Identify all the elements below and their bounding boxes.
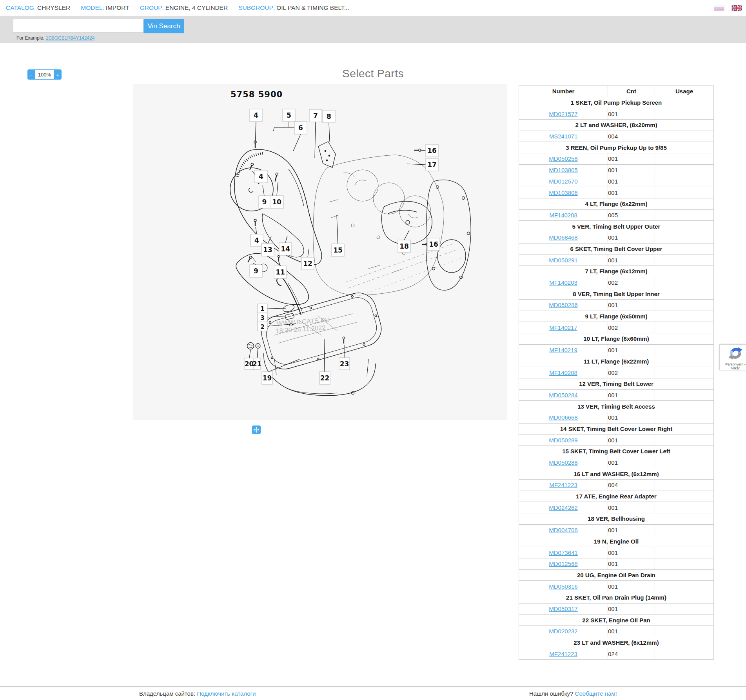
nav-item-group[interactable]: GROUP:ENGINE, 4 CYLINDER (140, 4, 228, 11)
part-number-link[interactable]: MS241071 (549, 133, 578, 140)
vin-example-link[interactable]: 1C8GCB1R84Y142424 (46, 35, 95, 41)
part-usage (655, 480, 714, 491)
part-row: MD068468001 (519, 232, 714, 243)
group-title: 2 LT and WASHER, (8x20mm) (519, 120, 714, 131)
nav-item-subgroup[interactable]: SUBGROUP:OIL PAN & TIMING BELT... (238, 4, 349, 11)
part-number-link[interactable]: MD012570 (549, 178, 577, 185)
part-number-link[interactable]: MD012568 (549, 560, 577, 567)
part-number-link[interactable]: MD021577 (549, 111, 577, 117)
callout-leader-line (255, 122, 256, 145)
page-title: Select Parts (0, 67, 746, 80)
vin-search-input[interactable] (13, 19, 143, 33)
callout-number: 10 (272, 198, 281, 206)
part-usage (655, 412, 714, 423)
part-number-link[interactable]: MD020232 (549, 628, 577, 635)
callout-leader-line (249, 350, 250, 358)
footer-error: Нашли ошибку? Сообщите нам! (529, 690, 617, 697)
rear-plate-art (426, 180, 471, 290)
part-count: 001 (608, 626, 655, 637)
part-number-link[interactable]: MD004708 (549, 527, 577, 533)
part-number-link[interactable]: MD103806 (549, 189, 577, 196)
part-number-link[interactable]: MD103805 (549, 167, 577, 173)
part-usage (655, 389, 714, 401)
callout-leader-line (404, 230, 409, 240)
part-number-link[interactable]: MF140219 (549, 347, 577, 353)
part-count: 002 (608, 367, 655, 378)
callout-number: 2 (260, 324, 264, 331)
part-number-link[interactable]: MF140208 (549, 212, 577, 218)
part-count: 001 (608, 547, 655, 558)
callout-number: 4 (254, 236, 259, 244)
group-title: 20 UG, Engine Oil Pan Drain (519, 569, 714, 581)
callout-number: 17 (427, 161, 437, 169)
part-number-link[interactable]: MF140208 (549, 369, 577, 376)
callout-number: 8 (327, 113, 331, 120)
part-count: 001 (608, 232, 655, 243)
callout-leader-line (315, 122, 316, 158)
part-number-link[interactable]: MF241223 (549, 651, 577, 657)
part-number-link[interactable]: MD050289 (549, 437, 577, 444)
part-number-link[interactable]: MD073641 (549, 549, 577, 556)
part-number-link[interactable]: MD050286 (549, 302, 577, 308)
part-row: MD006668001 (519, 412, 714, 423)
part-number-link[interactable]: MD050317 (549, 605, 577, 612)
nav-item-catalog[interactable]: CATALOG:CHRYSLER (6, 4, 70, 11)
callout-number: 23 (340, 360, 349, 368)
group-header-row: 2 LT and WASHER, (8x20mm) (519, 120, 714, 131)
part-number-link[interactable]: MF140217 (549, 324, 577, 331)
footer-error-text: Нашли ошибку? (529, 690, 573, 697)
group-title: 8 VER, Timing Belt Upper Inner (519, 288, 714, 300)
part-number-link[interactable]: MD006668 (549, 414, 577, 421)
bellhousing-art (381, 201, 432, 244)
group-title: 7 LT, Flange (6x12mm) (519, 266, 714, 277)
recaptcha-badge[interactable]: Personvern - Vilkår (719, 344, 746, 370)
vin-search-button[interactable]: Vin Search (143, 19, 184, 33)
footer-connect-catalogs-link[interactable]: Подключить каталоги (197, 690, 256, 697)
group-header-row: 19 N, Engine Oil (519, 536, 714, 547)
callout-number: 12 (303, 260, 312, 267)
part-row: MF140208002 (519, 367, 714, 378)
part-usage (655, 187, 714, 198)
callout-number: 4 (254, 111, 258, 119)
callout-leader-line (267, 316, 285, 317)
footer-report-link[interactable]: Сообщите нам! (575, 690, 617, 697)
russian-flag-icon[interactable] (714, 5, 724, 11)
part-count: 001 (608, 255, 655, 266)
part-number-link[interactable]: MD024262 (549, 504, 577, 511)
nav-item-model[interactable]: MODEL:IMPORT (81, 4, 129, 11)
group-title: 21 SKET, Oil Pan Drain Plug (14mm) (519, 592, 714, 603)
callout-number: 1 (260, 305, 264, 313)
callout-number: 7 (313, 112, 318, 120)
part-count: 001 (608, 153, 655, 165)
part-usage (655, 176, 714, 187)
parts-diagram[interactable]: 5758 5900 (133, 84, 507, 420)
group-header-row: 15 SKET, Timing Belt Cover Lower Left (519, 446, 714, 457)
part-usage (655, 524, 714, 536)
part-count: 004 (608, 480, 655, 491)
part-number-link[interactable]: MD050316 (549, 583, 577, 590)
group-header-row: 9 LT, Flange (6x50mm) (519, 311, 714, 322)
callout-number: 16 (429, 240, 438, 248)
callout-number: 14 (281, 245, 290, 253)
group-title: 12 VER, Timing Belt Lower (519, 378, 714, 389)
part-number-link[interactable]: MD050258 (549, 155, 577, 162)
part-row: MD050258001 (519, 153, 714, 165)
part-count: 001 (608, 344, 655, 356)
part-number-link[interactable]: MD050288 (549, 459, 577, 466)
group-title: 11 LT, Flange (6x22mm) (519, 356, 714, 367)
part-number-link[interactable]: MD050284 (549, 392, 577, 398)
part-number-link[interactable]: MD068468 (549, 234, 577, 241)
callout-leader-line (252, 171, 255, 175)
pan-move-icon[interactable] (252, 425, 261, 434)
recaptcha-privacy-label: Personvern - (720, 362, 746, 366)
uk-flag-icon[interactable] (731, 5, 742, 11)
part-number-link[interactable]: MD050291 (549, 257, 577, 264)
part-number-link[interactable]: MF140203 (549, 279, 577, 286)
part-row: MD050317001 (519, 603, 714, 615)
group-header-row: 20 UG, Engine Oil Pan Drain (519, 569, 714, 581)
callout-number: 21 (252, 360, 262, 368)
group-header-row: 14 SKET, Timing Belt Cover Lower Right (519, 423, 714, 435)
part-number-link[interactable]: MF241223 (549, 482, 577, 488)
callout-leader-line (324, 339, 325, 372)
part-row: MD021577001 (519, 108, 714, 120)
